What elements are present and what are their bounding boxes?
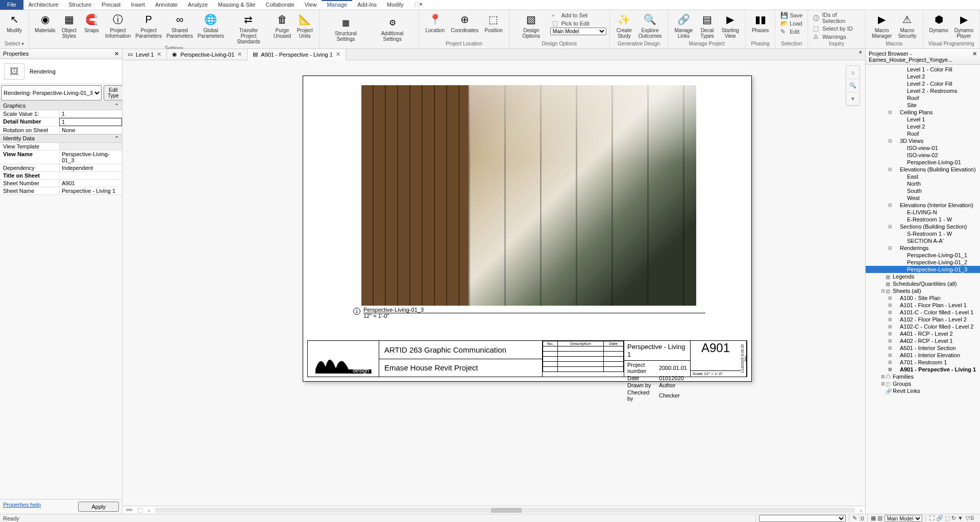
tree-item[interactable]: E-Restroom 1 - W xyxy=(866,216,980,223)
prop-row[interactable]: Sheet NamePerspective - Living 1 xyxy=(0,187,122,195)
rb-macros-row-1[interactable]: ⚠MacroSecurity xyxy=(895,11,919,40)
doctab[interactable]: ▤A901 - Perspective - Living 1✕ xyxy=(248,49,346,60)
close-icon[interactable]: ✕ xyxy=(157,51,161,58)
tree-item[interactable]: 🔗Revit Links xyxy=(866,387,980,394)
tab-architecture[interactable]: Architecture xyxy=(23,0,64,10)
drawing-canvas[interactable]: 1 Perspective-Living-01_3 12" = 1'-0" de… xyxy=(122,60,865,506)
ribbon-btn-6[interactable]: 🌐GlobalParameters xyxy=(195,11,227,40)
close-icon[interactable]: ✕ xyxy=(237,51,242,58)
tree-item[interactable]: ISO-view-02 xyxy=(866,152,980,159)
instance-select[interactable]: Rendering: Perspective-Living-01_3 xyxy=(1,85,102,101)
ribbon-btn-0[interactable]: ◉Materials xyxy=(32,11,58,34)
prop-row[interactable]: View NamePerspective-Living-01_3 xyxy=(0,151,122,164)
tree-item[interactable]: ⊞A901 - Perspective - Living 1 xyxy=(866,366,980,373)
prop-row[interactable]: Title on Sheet xyxy=(0,172,122,180)
tree-item[interactable]: ⊞A402 - RCP - Level 1 xyxy=(866,337,980,344)
tree-item[interactable]: Site xyxy=(866,102,980,109)
nav-zoom-icon[interactable]: 🔍 xyxy=(846,79,860,92)
rb-macros-row-0[interactable]: ▶MacroManager xyxy=(869,11,895,40)
phases-button[interactable]: ▮▮Phases xyxy=(749,11,772,34)
nav-expand-icon[interactable]: ▾ xyxy=(846,92,860,106)
tree-item[interactable]: Perspective-Living-01_3 xyxy=(866,266,980,273)
tree-item[interactable]: Roof xyxy=(866,94,980,102)
ribbon-btn-7[interactable]: ⇄TransferProject Standards xyxy=(226,11,271,45)
tab-insert[interactable]: Insert xyxy=(126,0,150,10)
tree-item[interactable]: ⊟Sections (Building Section) xyxy=(866,223,980,230)
prop-row[interactable]: Sheet NumberA901 xyxy=(0,180,122,187)
tab-file[interactable]: File xyxy=(0,0,23,10)
tab-manage[interactable]: Manage xyxy=(322,0,352,10)
tree-item[interactable]: ⊟▤Sheets (all) xyxy=(866,287,980,294)
doctabs-dropdown-icon[interactable]: ▾ xyxy=(856,49,865,60)
rb-location-row-0[interactable]: 📍Location xyxy=(422,11,448,34)
rb-gen-row-0[interactable]: ✨CreateStudy xyxy=(613,11,635,40)
rb-visual-row-0[interactable]: ⬢Dynamo xyxy=(926,11,951,34)
workset-icon[interactable]: ▦ ▥ xyxy=(871,515,883,521)
tree-item[interactable]: ⊟Elevations (Building Elevation) xyxy=(866,166,980,173)
ribbon-btn-9[interactable]: 📐ProjectUnits xyxy=(293,11,316,40)
tree-item[interactable]: East xyxy=(866,173,980,180)
tree-item[interactable]: Level 2 xyxy=(866,123,980,130)
tree-item[interactable]: E-LIVING-N xyxy=(866,209,980,216)
prop-row[interactable]: View Template xyxy=(0,143,122,151)
horizontal-scrollbar[interactable] xyxy=(155,508,855,513)
tree-item[interactable]: ⊞A501 - Interior Section xyxy=(866,344,980,352)
tree-item[interactable]: ⊞A101-C - Color filled - Level 1 xyxy=(866,309,980,316)
prop-row[interactable]: Scale Value 1:1 xyxy=(0,110,122,118)
tab-analyze[interactable]: Analyze xyxy=(183,0,213,10)
ribbon-btn-2[interactable]: 🧲Snaps xyxy=(80,11,103,34)
tree-item[interactable]: ⊟Renderings xyxy=(866,244,980,252)
tab-view[interactable]: View xyxy=(300,0,322,10)
rb-proj-row-0[interactable]: 🔗ManageLinks xyxy=(671,11,696,40)
ids-of-selection-button[interactable]: ⓘIDs of Selection xyxy=(811,11,862,24)
tree-item[interactable]: ⊞A401 - RCP - Level 2 xyxy=(866,330,980,337)
tree-item[interactable]: ⊞A101 - Floor Plan - Level 1 xyxy=(866,302,980,309)
modify-button[interactable]: ↖Modify xyxy=(3,11,26,34)
close-icon[interactable]: ✕ xyxy=(336,51,340,58)
tab-collaborate[interactable]: Collaborate xyxy=(260,0,299,10)
edit-type-button[interactable]: Edit Type xyxy=(104,85,123,101)
ribbon-btn-5[interactable]: ∞SharedParameters xyxy=(164,11,195,40)
tree-item[interactable]: ⊞A102-C - Color filled - Level 2 xyxy=(866,323,980,330)
panel-toggle-icon[interactable]: ⬚▾ xyxy=(411,0,426,10)
add-to-set-button[interactable]: ▫Add to Set xyxy=(550,11,606,19)
tree-item[interactable]: ⊟Elevations (Interior Elevation) xyxy=(866,202,980,209)
close-icon[interactable]: ✕ xyxy=(114,51,119,57)
tree-item[interactable]: ⊞◫Groups xyxy=(866,380,980,387)
warnings-button[interactable]: ⚠Warnings xyxy=(811,33,862,41)
tab-addins[interactable]: Add-Ins xyxy=(352,0,382,10)
tree-item[interactable]: North xyxy=(866,180,980,187)
tree-item[interactable]: ⊞A102 - Floor Plan - Level 2 xyxy=(866,316,980,323)
tree-item[interactable]: ⊞A100 - Site Plan xyxy=(866,294,980,302)
tree-item[interactable]: West xyxy=(866,194,980,202)
additional-settings-button[interactable]: ⚙Additional Settings xyxy=(369,14,416,43)
pick-to-edit-button[interactable]: ⬚Pick to Edit xyxy=(550,19,606,28)
ribbon-btn-3[interactable]: ⓘProjectInformation xyxy=(103,11,133,40)
rb-location-row-2[interactable]: ⬚Position xyxy=(481,11,506,34)
status-model-select[interactable]: Main Model xyxy=(885,515,922,522)
tree-item[interactable]: Level 2 xyxy=(866,73,980,80)
select-by-id-button[interactable]: ⬚Select by ID xyxy=(811,24,862,33)
tree-item[interactable]: Level 1 - Color Fill xyxy=(866,66,980,73)
tab-modify[interactable]: Modify xyxy=(382,0,408,10)
load-selection-button[interactable]: 📂Load xyxy=(778,19,804,28)
main-model-select[interactable]: Main Model xyxy=(550,28,606,35)
tree-item[interactable]: ⊟3D Views xyxy=(866,137,980,144)
tree-item[interactable]: ▦Legends xyxy=(866,273,980,280)
save-selection-button[interactable]: 💾Save xyxy=(778,11,804,19)
tree-item[interactable]: ⊞A601 - Interior Elevation xyxy=(866,352,980,359)
rb-gen-row-1[interactable]: 🔍ExploreOutcomes xyxy=(635,11,665,40)
ribbon-btn-8[interactable]: 🗑PurgeUnused xyxy=(271,11,294,40)
tree-item[interactable]: Perspective-Living-01 xyxy=(866,159,980,166)
prop-row[interactable]: DependencyIndependent xyxy=(0,164,122,172)
rb-location-row-1[interactable]: ⊕Coordinates xyxy=(448,11,481,34)
apply-button[interactable]: Apply xyxy=(78,502,119,512)
nav-home-icon[interactable]: ⌂ xyxy=(846,66,860,79)
tab-precast[interactable]: Precast xyxy=(96,0,126,10)
tab-annotate[interactable]: Annotate xyxy=(150,0,183,10)
prop-row[interactable]: Rotation on SheetNone xyxy=(0,127,122,134)
close-icon[interactable]: ✕ xyxy=(972,51,977,63)
tree-item[interactable]: SECTION A-A' xyxy=(866,237,980,244)
rb-proj-row-2[interactable]: ▶StartingView xyxy=(718,11,742,40)
vc-crop-icon[interactable]: ⬚ xyxy=(138,507,143,513)
